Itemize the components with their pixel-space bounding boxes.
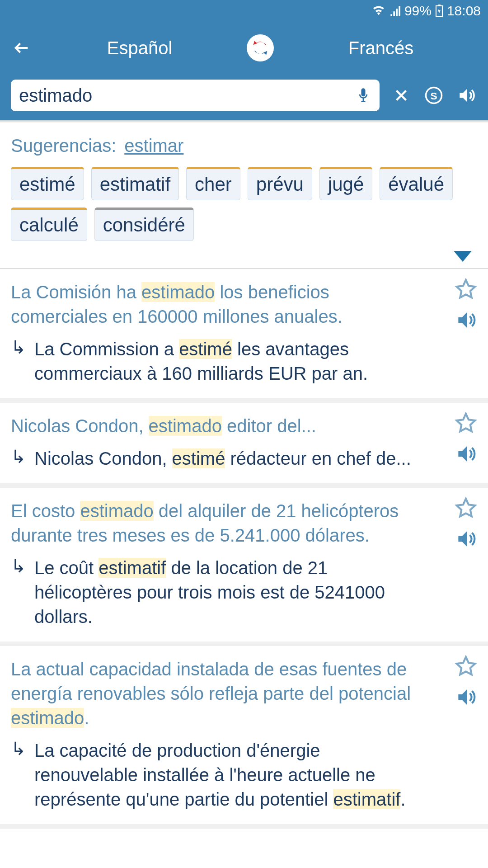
results-list: La Comisión ha estimado los beneficios c… bbox=[0, 269, 488, 829]
favorite-button[interactable] bbox=[455, 655, 477, 678]
sub-arrow-icon: ↳ bbox=[11, 446, 29, 471]
clock-time: 18:08 bbox=[447, 3, 481, 19]
translation-chip[interactable]: prévu bbox=[248, 167, 312, 200]
favorite-button[interactable] bbox=[455, 278, 477, 301]
result-item: El costo estimado del alquiler de 21 hel… bbox=[0, 488, 488, 646]
translation-chip[interactable]: jugé bbox=[319, 167, 372, 200]
source-sentence[interactable]: El costo estimado del alquiler de 21 hel… bbox=[11, 499, 477, 547]
translation-chip[interactable]: estimé bbox=[11, 167, 84, 200]
status-bar: 99% 18:08 bbox=[0, 0, 488, 22]
search-input[interactable]: estimado bbox=[11, 80, 380, 111]
svg-text:S: S bbox=[430, 90, 437, 102]
back-button[interactable] bbox=[11, 37, 33, 59]
result-actions bbox=[455, 412, 477, 465]
result-actions bbox=[455, 278, 477, 331]
result-item: Nicolas Condon, estimado editor del...↳N… bbox=[0, 403, 488, 488]
svg-rect-2 bbox=[361, 88, 366, 96]
speaker-icon bbox=[456, 85, 476, 105]
source-language[interactable]: Español bbox=[43, 38, 236, 58]
result-item: La Comisión ha estimado los beneficios c… bbox=[0, 269, 488, 403]
source-sentence[interactable]: La actual capacidad instalada de esas fu… bbox=[11, 657, 477, 730]
app-header: Español Francés estimado S bbox=[0, 22, 488, 120]
language-row: Español Francés bbox=[11, 29, 477, 80]
target-sentence[interactable]: Le coût estimatif de la location de 21 h… bbox=[34, 556, 427, 629]
target-row: ↳Le coût estimatif de la location de 21 … bbox=[11, 556, 477, 629]
source-sentence[interactable]: La Comisión ha estimado los beneficios c… bbox=[11, 280, 477, 329]
battery-icon bbox=[435, 5, 443, 17]
target-row: ↳La capacité de production d'énergie ren… bbox=[11, 738, 477, 811]
play-audio-button[interactable] bbox=[455, 528, 477, 550]
play-audio-button[interactable] bbox=[455, 686, 477, 708]
target-sentence[interactable]: La Commission a estimé les avantages com… bbox=[34, 337, 427, 386]
target-sentence[interactable]: La capacité de production d'énergie reno… bbox=[34, 738, 427, 811]
swap-icon bbox=[250, 38, 270, 58]
play-audio-button[interactable] bbox=[455, 443, 477, 465]
swap-languages-button[interactable] bbox=[247, 34, 274, 61]
battery-percent: 99% bbox=[404, 3, 432, 19]
play-audio-button[interactable] bbox=[455, 309, 477, 331]
search-row: estimado S bbox=[11, 80, 477, 111]
translation-chip[interactable]: évalué bbox=[380, 167, 453, 200]
target-row: ↳Nicolas Condon, estimé rédacteur en che… bbox=[11, 446, 477, 471]
clear-button[interactable] bbox=[390, 85, 412, 106]
target-sentence[interactable]: Nicolas Condon, estimé rédacteur en chef… bbox=[34, 446, 411, 471]
sub-arrow-icon: ↳ bbox=[11, 738, 29, 811]
suggestions-label: Sugerencias: bbox=[11, 136, 116, 156]
suggestions-link[interactable]: estimar bbox=[124, 136, 183, 156]
signal-icon bbox=[389, 5, 401, 16]
svg-rect-1 bbox=[438, 5, 441, 6]
arrow-left-icon bbox=[13, 39, 31, 57]
wifi-icon bbox=[372, 5, 385, 16]
status-icons: 99% 18:08 bbox=[372, 3, 481, 19]
translation-chips: estiméestimatifcherprévujugéévaluécalcul… bbox=[11, 167, 477, 241]
translation-chip[interactable]: considéré bbox=[94, 208, 194, 241]
close-icon bbox=[393, 87, 409, 104]
s-button[interactable]: S bbox=[423, 85, 445, 106]
translation-chip[interactable]: cher bbox=[186, 167, 240, 200]
sub-arrow-icon: ↳ bbox=[11, 556, 29, 629]
target-row: ↳La Commission a estimé les avantages co… bbox=[11, 337, 477, 386]
translation-chip[interactable]: estimatif bbox=[91, 167, 179, 200]
source-sentence[interactable]: Nicolas Condon, estimado editor del... bbox=[11, 414, 477, 438]
result-item: La actual capacidad instalada de esas fu… bbox=[0, 646, 488, 829]
favorite-button[interactable] bbox=[455, 412, 477, 434]
sub-arrow-icon: ↳ bbox=[11, 337, 29, 386]
favorite-button[interactable] bbox=[455, 497, 477, 519]
speaker-button[interactable] bbox=[455, 85, 477, 106]
microphone-icon[interactable] bbox=[355, 87, 371, 104]
result-actions bbox=[455, 497, 477, 550]
s-circle-icon: S bbox=[424, 86, 443, 105]
target-language[interactable]: Francés bbox=[285, 38, 477, 58]
search-query-text: estimado bbox=[19, 85, 355, 106]
suggestions-section: Sugerencias: estimar estiméestimatifcher… bbox=[0, 123, 488, 269]
result-actions bbox=[455, 655, 477, 708]
expand-suggestions-button[interactable] bbox=[454, 251, 472, 262]
translation-chip[interactable]: calculé bbox=[11, 208, 87, 241]
suggestions-header: Sugerencias: estimar bbox=[11, 136, 477, 156]
